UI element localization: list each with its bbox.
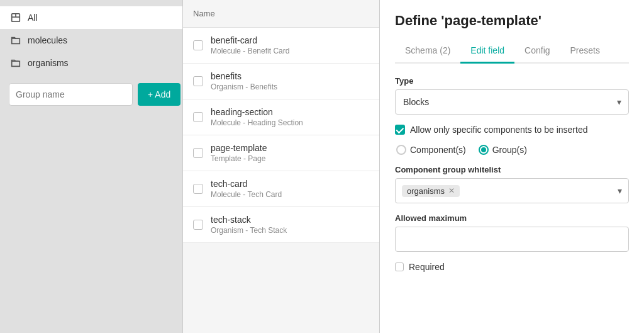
tag-label: organisms: [407, 186, 445, 196]
row-sub: Organism - Benefits: [211, 82, 369, 91]
allow-specific-label: Allow only specific components to be ins…: [410, 125, 587, 135]
row-content: benefits Organism - Benefits: [211, 71, 369, 91]
rows-container: benefit-card Molecule - Benefit Card ben…: [183, 28, 379, 243]
sidebar-item-molecules[interactable]: molecules: [0, 29, 182, 52]
row-content: tech-stack Organism - Tech Stack: [211, 215, 369, 235]
type-label: Type: [395, 76, 629, 86]
radio-group-label: Group(s): [492, 145, 527, 155]
sidebar-item-label: All: [28, 13, 38, 23]
add-group-row: + Add: [0, 77, 182, 112]
table-row: heading-section Molecule - Heading Secti…: [183, 99, 379, 135]
tag-dropdown-icon: ▾: [618, 186, 622, 196]
tab-schema[interactable]: Schema (2): [395, 39, 460, 64]
radio-group-circle: [479, 145, 489, 155]
row-checkbox[interactable]: [193, 76, 203, 86]
radio-component[interactable]: Component(s): [396, 145, 466, 155]
center-panel: Name benefit-card Molecule - Benefit Car…: [182, 0, 380, 333]
sidebar-item-label: organisms: [28, 58, 69, 68]
whitelist-input[interactable]: organisms ✕ ▾: [395, 178, 629, 203]
row-name: heading-section: [211, 107, 369, 117]
panel-body: Type BlocksTextNumberBoolean ▾ Allow onl…: [380, 64, 644, 285]
sidebar-item-organisms[interactable]: organisms: [0, 52, 182, 74]
column-name-header: Name: [193, 9, 215, 18]
row-content: benefit-card Molecule - Benefit Card: [211, 35, 369, 55]
allow-specific-row: Allow only specific components to be ins…: [395, 125, 629, 135]
allowed-max-input[interactable]: [395, 227, 629, 252]
tag-remove-button[interactable]: ✕: [448, 186, 455, 195]
allowed-max-label: Allowed maximum: [395, 213, 629, 223]
radio-group: Component(s) Group(s): [396, 145, 629, 155]
required-checkbox[interactable]: [395, 262, 404, 271]
group-name-input[interactable]: [9, 83, 133, 106]
type-field-group: Type BlocksTextNumberBoolean ▾: [395, 76, 629, 115]
row-checkbox[interactable]: [193, 220, 203, 230]
type-select[interactable]: BlocksTextNumberBoolean: [395, 89, 629, 115]
table-row: tech-stack Organism - Tech Stack: [183, 207, 379, 243]
allowed-max-group: Allowed maximum: [395, 213, 629, 252]
whitelist-label: Component group whitelist: [395, 165, 629, 174]
folder-icon-organisms: [10, 59, 21, 67]
sidebar-item-label: molecules: [28, 35, 67, 45]
row-name: page-template: [211, 143, 369, 153]
row-sub: Template - Page: [211, 154, 369, 163]
table-row: page-template Template - Page: [183, 135, 379, 171]
add-group-button[interactable]: + Add: [138, 83, 180, 106]
radio-component-label: Component(s): [410, 145, 466, 155]
row-sub: Molecule - Benefit Card: [211, 47, 369, 55]
row-checkbox[interactable]: [193, 40, 203, 50]
whitelist-group: Component group whitelist organisms ✕ ▾: [395, 165, 629, 203]
panel-title: Define 'page-template': [395, 13, 629, 29]
row-content: page-template Template - Page: [211, 143, 369, 163]
tab-config[interactable]: Config: [514, 39, 560, 64]
add-button-label: + Add: [148, 89, 170, 99]
row-name: tech-stack: [211, 215, 369, 225]
right-panel: Define 'page-template' Schema (2)Edit fi…: [380, 0, 644, 333]
table-row: benefit-card Molecule - Benefit Card: [183, 28, 379, 64]
tab-edit-field[interactable]: Edit field: [460, 39, 514, 64]
table-header: Name: [183, 0, 379, 28]
panel-header: Define 'page-template' Schema (2)Edit fi…: [380, 0, 644, 64]
row-sub: Organism - Tech Stack: [211, 226, 369, 235]
row-name: benefits: [211, 71, 369, 81]
tag-organisms: organisms ✕: [402, 185, 460, 197]
folder-icon-molecules: [10, 36, 21, 45]
row-checkbox[interactable]: [193, 184, 203, 194]
required-label: Required: [409, 262, 445, 272]
row-content: heading-section Molecule - Heading Secti…: [211, 107, 369, 127]
table-row: benefits Organism - Benefits: [183, 64, 379, 99]
row-sub: Molecule - Heading Section: [211, 118, 369, 127]
left-panel: All molecules organisms + Add: [0, 0, 182, 333]
tabs: Schema (2)Edit fieldConfigPresets: [395, 39, 629, 64]
allow-specific-checkbox[interactable]: [395, 125, 405, 135]
sidebar-item-all[interactable]: All: [0, 6, 182, 29]
radio-group-item[interactable]: Group(s): [479, 145, 527, 155]
radio-component-circle: [396, 145, 406, 155]
row-checkbox[interactable]: [193, 148, 203, 158]
type-select-wrapper: BlocksTextNumberBoolean ▾: [395, 89, 629, 115]
row-name: benefit-card: [211, 35, 369, 45]
row-name: tech-card: [211, 179, 369, 189]
row-sub: Molecule - Tech Card: [211, 190, 369, 199]
required-row: Required: [395, 262, 629, 272]
tab-presets[interactable]: Presets: [560, 39, 610, 64]
row-content: tech-card Molecule - Tech Card: [211, 179, 369, 199]
table-row: tech-card Molecule - Tech Card: [183, 171, 379, 207]
box-icon: [10, 13, 21, 22]
row-checkbox[interactable]: [193, 112, 203, 122]
